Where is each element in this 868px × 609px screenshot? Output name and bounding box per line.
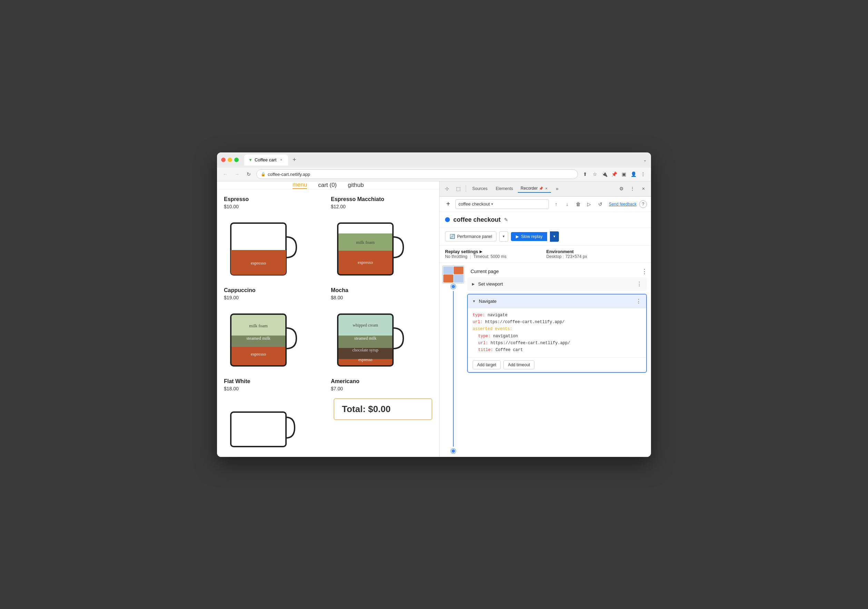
coffee-name: Mocha bbox=[331, 287, 432, 294]
settings-divider: | bbox=[470, 254, 471, 259]
list-item[interactable]: Flat White $18.00 bbox=[224, 378, 326, 457]
step-expand-icon: ▼ bbox=[471, 298, 477, 304]
browser-menu-icon[interactable]: ⋮ bbox=[639, 170, 647, 178]
recording-status-dot bbox=[445, 217, 450, 222]
recording-dropdown[interactable]: coffee checkout ▾ bbox=[456, 199, 549, 209]
cursor-tool-icon[interactable]: ⊹ bbox=[442, 184, 452, 193]
active-tab[interactable]: ▼ Coffee cart × bbox=[244, 155, 288, 165]
recording-dropdown-value: coffee checkout bbox=[459, 201, 490, 207]
browser-window: ▼ Coffee cart × + ⌄ ← → ↻ 🔒 coffee-cart.… bbox=[217, 152, 651, 457]
bookmark-icon[interactable]: ☆ bbox=[591, 170, 598, 178]
tab-recorder[interactable]: Recorder 📌 × bbox=[518, 184, 551, 193]
step-name: Set viewport bbox=[478, 281, 635, 287]
slow-replay-button[interactable]: ▶ Slow replay bbox=[511, 232, 547, 241]
svg-text:espresso: espresso bbox=[251, 351, 266, 357]
add-timeout-button[interactable]: Add timeout bbox=[503, 360, 535, 369]
minimize-button[interactable] bbox=[228, 158, 232, 162]
code-val: https://coffee-cart.netlify.app/ bbox=[485, 320, 564, 325]
performance-icon: 🔄 bbox=[450, 234, 455, 239]
coffee-name: Americano bbox=[331, 378, 432, 385]
performance-panel-dropdown-button[interactable]: ▾ bbox=[499, 231, 508, 242]
url-bar[interactable]: 🔒 coffee-cart.netlify.app bbox=[256, 169, 578, 179]
devtools-toolbar: ⊹ ⬚ Sources Elements Recorder 📌 × » ⚙ ⋮ … bbox=[440, 181, 651, 196]
step-header[interactable]: ▶ Set viewport ⋮ bbox=[467, 277, 647, 291]
thumb-cell bbox=[443, 267, 453, 275]
download-icon[interactable]: ↓ bbox=[563, 200, 572, 209]
step-menu-icon[interactable]: ⋮ bbox=[635, 280, 643, 288]
thumb-cell bbox=[443, 275, 453, 283]
tab-sources[interactable]: Sources bbox=[469, 185, 491, 192]
svg-text:steamed milk: steamed milk bbox=[246, 335, 270, 341]
current-page-menu-icon[interactable]: ⋮ bbox=[641, 267, 648, 275]
step-actions: Add target Add timeout bbox=[468, 357, 646, 372]
window-expand[interactable]: ⌄ bbox=[643, 157, 647, 162]
svg-text:espresso: espresso bbox=[358, 357, 373, 362]
more-tabs-icon[interactable]: » bbox=[552, 184, 562, 193]
site-content: menu cart (0) github Espresso $10.00 esp… bbox=[217, 181, 440, 457]
list-item[interactable]: Espresso $10.00 espresso bbox=[224, 196, 326, 282]
devtools-right-icons: ⚙ ⋮ × bbox=[617, 184, 648, 193]
new-tab-button[interactable]: + bbox=[290, 155, 299, 165]
play-icon: ▶ bbox=[516, 234, 519, 239]
step-header[interactable]: ▼ Navigate ⋮ bbox=[468, 295, 646, 308]
list-item[interactable]: Cappuccino $19.00 milk foam steamed milk… bbox=[224, 287, 326, 373]
performance-panel-label: Performance panel bbox=[457, 234, 492, 239]
delete-icon[interactable]: 🗑 bbox=[574, 200, 583, 209]
back-button[interactable]: ← bbox=[221, 170, 229, 178]
add-target-button[interactable]: Add target bbox=[473, 360, 501, 369]
list-item[interactable]: Americano $7.00 Total: $0.00 bbox=[331, 378, 432, 457]
nav-github[interactable]: github bbox=[348, 182, 364, 189]
devtools-settings-icon[interactable]: ⚙ bbox=[617, 184, 626, 193]
export-icon[interactable]: ↑ bbox=[552, 200, 561, 209]
list-item[interactable]: Mocha $8.00 whipped cream steamed milk c… bbox=[331, 287, 432, 373]
replay-settings-title[interactable]: Replay settings ▶ bbox=[445, 249, 544, 254]
recorder-tab-close[interactable]: × bbox=[544, 186, 548, 190]
add-recording-button[interactable]: + bbox=[444, 200, 453, 209]
code-key: title: bbox=[478, 348, 493, 352]
tab-bar: ▼ Coffee cart × + bbox=[244, 155, 640, 165]
devtools-more-icon[interactable]: ⋮ bbox=[628, 184, 637, 193]
pin-icon[interactable]: 📌 bbox=[610, 170, 618, 178]
coffee-name: Espresso bbox=[224, 196, 326, 202]
performance-panel-button[interactable]: 🔄 Performance panel bbox=[445, 231, 496, 241]
code-line: title: Coffee cart bbox=[478, 346, 641, 354]
devtools-close-icon[interactable]: × bbox=[639, 184, 648, 193]
inspect-icon[interactable]: ⬚ bbox=[453, 184, 463, 193]
tab-close-icon[interactable]: × bbox=[278, 157, 284, 163]
code-val: Coffee cart bbox=[495, 348, 523, 352]
list-item[interactable]: Espresso Macchiato $12.00 milk foam espr… bbox=[331, 196, 432, 282]
close-button[interactable] bbox=[221, 158, 226, 162]
profile-icon[interactable]: 👤 bbox=[629, 170, 637, 178]
dropdown-arrow-icon: ▾ bbox=[491, 202, 493, 206]
slow-replay-dropdown-button[interactable]: ▾ bbox=[550, 231, 559, 242]
nav-menu[interactable]: menu bbox=[293, 181, 307, 189]
tab-elements[interactable]: Elements bbox=[492, 185, 516, 192]
loop-icon[interactable]: ↺ bbox=[596, 200, 605, 209]
replay-icon[interactable]: ▷ bbox=[585, 200, 594, 209]
maximize-button[interactable] bbox=[234, 158, 239, 162]
edit-recording-name-icon[interactable]: ✎ bbox=[504, 217, 508, 223]
thumb-cell bbox=[454, 267, 463, 275]
svg-text:whipped cream: whipped cream bbox=[353, 323, 378, 328]
environment-title: Environment bbox=[546, 249, 646, 254]
table-row: ▶ Set viewport ⋮ bbox=[467, 277, 647, 291]
refresh-button[interactable]: ↻ bbox=[245, 170, 253, 178]
traffic-lights bbox=[221, 158, 239, 162]
forward-button[interactable]: → bbox=[233, 170, 241, 178]
timeline-dot-bottom bbox=[451, 449, 456, 453]
cappuccino-mug: milk foam steamed milk espresso bbox=[224, 304, 300, 373]
send-feedback-link[interactable]: Send feedback bbox=[609, 202, 637, 207]
timeline-line bbox=[453, 291, 454, 447]
code-line: type: navigate bbox=[473, 312, 641, 318]
help-icon[interactable]: ? bbox=[639, 200, 647, 208]
recording-name: coffee checkout bbox=[453, 216, 501, 223]
url-text: coffee-cart.netlify.app bbox=[268, 172, 310, 177]
steps-list: Current page ⋮ ▶ Set viewport ⋮ bbox=[467, 263, 651, 457]
nav-cart[interactable]: cart (0) bbox=[318, 182, 337, 189]
share-icon[interactable]: ⬆ bbox=[581, 170, 589, 178]
lock-icon: 🔒 bbox=[261, 172, 266, 176]
timeline bbox=[440, 263, 467, 457]
reader-mode-icon[interactable]: ▣ bbox=[620, 170, 628, 178]
extension-icon[interactable]: 🔌 bbox=[601, 170, 608, 178]
step-menu-icon[interactable]: ⋮ bbox=[634, 297, 643, 306]
